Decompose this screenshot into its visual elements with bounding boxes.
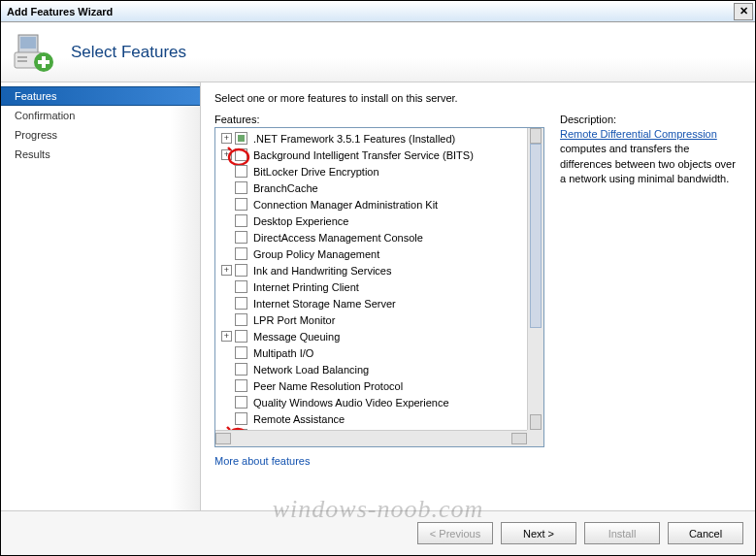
wizard-header: Select Features [1, 22, 755, 82]
window-title: Add Features Wizard [3, 6, 734, 17]
description-label: Description: [560, 114, 741, 125]
feature-row[interactable]: LPR Port Monitor [217, 311, 542, 328]
feature-checkbox[interactable] [235, 181, 247, 194]
feature-label: Desktop Experience [251, 215, 350, 227]
feature-checkbox[interactable] [235, 363, 247, 376]
feature-checkbox[interactable] [235, 297, 247, 310]
feature-label: Ink and Handwriting Services [251, 265, 393, 277]
install-button[interactable]: Install [584, 522, 660, 544]
feature-row[interactable]: BranchCache [217, 180, 542, 196]
expander-icon[interactable]: + [221, 446, 232, 447]
next-button[interactable]: Next > [501, 522, 576, 544]
feature-label: .NET Framework 3.5.1 Features (Installed… [251, 133, 457, 145]
feature-label: Network Load Balancing [251, 364, 371, 376]
feature-checkbox[interactable] [235, 379, 247, 392]
feature-row[interactable]: +Ink and Handwriting Services [217, 262, 542, 278]
page-title: Select Features [55, 43, 186, 62]
feature-checkbox[interactable] [235, 198, 247, 211]
feature-label: Internet Printing Client [251, 281, 361, 293]
instruction-text: Select one or more features to install o… [214, 92, 741, 104]
features-label: Features: [214, 114, 544, 125]
expander-icon[interactable]: + [221, 331, 232, 342]
previous-button[interactable]: < Previous [417, 522, 493, 544]
feature-checkbox[interactable] [235, 396, 247, 409]
feature-row[interactable]: Quality Windows Audio Video Experience [217, 394, 542, 410]
title-bar: Add Features Wizard ✕ [1, 1, 755, 22]
description-text: Remote Differential Compression computes… [560, 127, 741, 187]
feature-checkbox[interactable] [235, 313, 247, 326]
feature-checkbox[interactable] [235, 412, 247, 425]
horizontal-scrollbar[interactable] [215, 430, 527, 446]
feature-label: LPR Port Monitor [251, 314, 337, 326]
sidebar-item-confirmation[interactable]: Confirmation [1, 106, 200, 125]
features-tree[interactable]: +.NET Framework 3.5.1 Features (Installe… [214, 127, 544, 447]
feature-checkbox[interactable] [235, 346, 247, 359]
wizard-icon [13, 31, 55, 74]
feature-label: Quality Windows Audio Video Experience [251, 397, 451, 409]
feature-checkbox[interactable] [235, 214, 247, 227]
feature-checkbox[interactable] [235, 132, 247, 145]
expander-icon[interactable]: + [221, 265, 232, 276]
feature-row[interactable]: Connection Manager Administration Kit [217, 196, 542, 213]
feature-label: Peer Name Resolution Protocol [251, 380, 405, 392]
feature-label: Remote Assistance [251, 413, 346, 425]
feature-checkbox[interactable] [235, 247, 247, 260]
wizard-sidebar: FeaturesConfirmationProgressResults [1, 82, 201, 510]
feature-row[interactable]: Internet Storage Name Server [217, 295, 542, 311]
feature-row[interactable]: Multipath I/O [217, 344, 542, 361]
feature-row[interactable]: BitLocker Drive Encryption [217, 163, 542, 180]
feature-row[interactable]: +Background Intelligent Transfer Service… [217, 147, 542, 163]
feature-label: BranchCache [251, 182, 320, 194]
feature-row[interactable]: Group Policy Management [217, 245, 542, 262]
feature-label: Internet Storage Name Server [251, 298, 398, 310]
close-button[interactable]: ✕ [734, 3, 753, 20]
svg-rect-5 [17, 56, 27, 58]
svg-rect-9 [38, 60, 49, 64]
feature-checkbox[interactable] [235, 148, 247, 161]
svg-rect-6 [17, 60, 27, 62]
svg-rect-1 [20, 37, 36, 49]
sidebar-item-progress[interactable]: Progress [1, 125, 200, 145]
wizard-footer: < Previous Next > Install Cancel [1, 510, 755, 555]
feature-label: Background Intelligent Transfer Service … [251, 149, 476, 161]
feature-label: Group Policy Management [251, 248, 381, 260]
cancel-button[interactable]: Cancel [668, 522, 743, 544]
feature-label: Multipath I/O [251, 347, 315, 359]
feature-checkbox[interactable] [235, 330, 247, 343]
expander-icon[interactable]: + [221, 133, 232, 144]
feature-row[interactable]: DirectAccess Management Console [217, 229, 542, 245]
expander-icon[interactable]: + [221, 149, 232, 160]
feature-label: Connection Manager Administration Kit [251, 199, 440, 211]
feature-row[interactable]: Desktop Experience [217, 213, 542, 229]
feature-row[interactable]: Network Load Balancing [217, 361, 542, 377]
feature-label: Message Queuing [251, 331, 342, 343]
feature-checkbox[interactable] [235, 165, 247, 178]
feature-row[interactable]: +.NET Framework 3.5.1 Features (Installe… [217, 130, 542, 147]
feature-checkbox[interactable] [235, 231, 247, 244]
more-about-features-link[interactable]: More about features [214, 455, 544, 467]
feature-label: DirectAccess Management Console [251, 232, 425, 244]
vertical-scrollbar[interactable] [527, 128, 543, 430]
feature-label: BitLocker Drive Encryption [251, 166, 381, 178]
feature-row[interactable]: Internet Printing Client [217, 278, 542, 295]
description-link[interactable]: Remote Differential Compression [560, 128, 717, 140]
sidebar-item-features[interactable]: Features [1, 86, 200, 106]
feature-row[interactable]: +Message Queuing [217, 328, 542, 344]
feature-row[interactable]: Peer Name Resolution Protocol [217, 377, 542, 394]
feature-checkbox[interactable] [235, 264, 247, 277]
sidebar-item-results[interactable]: Results [1, 145, 200, 164]
feature-checkbox[interactable] [235, 280, 247, 293]
feature-row[interactable]: Remote Assistance [217, 410, 542, 427]
